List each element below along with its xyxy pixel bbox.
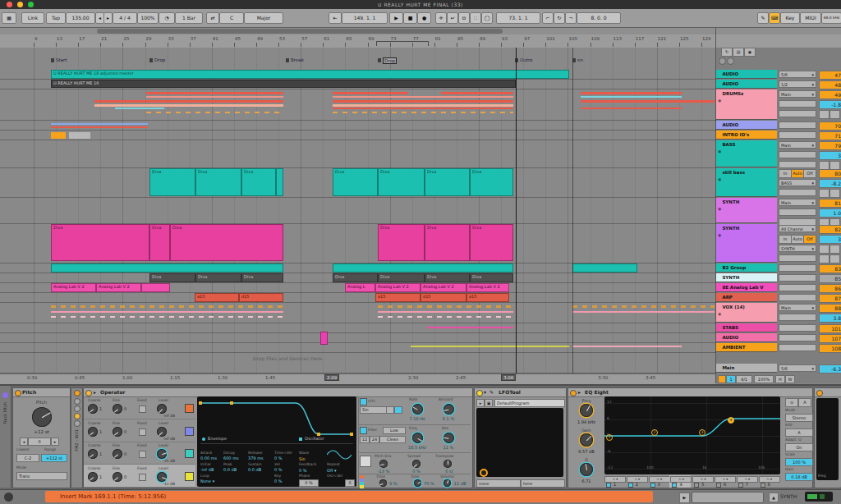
operator-envelope-graph[interactable]: [199, 398, 355, 441]
record-button[interactable]: ●: [417, 12, 431, 24]
swap-icon[interactable]: ⇄: [206, 12, 219, 24]
lfo-rate-value[interactable]: 7.16 Hz: [404, 416, 430, 421]
filter-slope-12-button[interactable]: 12: [360, 436, 370, 443]
panel-toggle-icon[interactable]: [74, 405, 80, 412]
grid-division-field[interactable]: 4/1: [736, 375, 752, 383]
arrangement-area[interactable]: [0, 48, 716, 373]
partial-device[interactable]: Freq: [814, 387, 841, 488]
eq-mode-menu[interactable]: Stereo: [785, 414, 813, 422]
plugin-param-field[interactable]: none: [476, 479, 521, 488]
transpose-knob[interactable]: [443, 460, 452, 468]
lfotool-device[interactable]: ▾ ✎ LFOTool ▸ ▣ DefaultProgram none here: [474, 387, 567, 488]
panel-toggle-icon[interactable]: [74, 398, 80, 405]
quantize-menu[interactable]: 1 Bar: [175, 12, 203, 24]
oscillator-icon[interactable]: [299, 438, 302, 441]
automation-arm-icon[interactable]: ✛: [435, 12, 447, 24]
lfo-rate-knob[interactable]: [412, 404, 423, 415]
arrangement-position-field[interactable]: 149. 1. 1: [342, 12, 388, 24]
track-device-tab[interactable]: Track Pitch: [0, 386, 11, 488]
plugin-play-icon[interactable]: ▸: [476, 399, 485, 407]
time-knob[interactable]: [379, 479, 387, 487]
oscvel-field[interactable]: 0: [345, 479, 355, 487]
loop-icon[interactable]: ↻: [554, 12, 565, 24]
loop-length-field[interactable]: 8. 0. 0: [577, 12, 621, 24]
feedback-value[interactable]: 0 %: [299, 468, 307, 473]
groove-amount-field[interactable]: 100%: [137, 12, 159, 24]
device-on-led[interactable]: [15, 390, 21, 396]
plugin-preset-field[interactable]: DefaultProgram: [494, 399, 565, 407]
eq-gain-value[interactable]: 6.57 dB: [568, 449, 604, 454]
eq-freq-value[interactable]: 1.94 kHz: [568, 419, 604, 424]
plugin-node-icon[interactable]: [480, 469, 488, 477]
lfo-amount-knob[interactable]: [443, 404, 454, 415]
panel-toggle-icon[interactable]: [74, 413, 80, 419]
volume-value[interactable]: -11 dB: [453, 481, 466, 486]
pitch-knob-value[interactable]: +12 st: [13, 429, 70, 434]
status-alert-icon[interactable]: ▲: [769, 493, 779, 502]
loop-brace[interactable]: [376, 41, 429, 46]
pitch-spin-up-icon[interactable]: ▸: [51, 438, 59, 446]
plugin-save-icon[interactable]: ▣: [485, 399, 493, 407]
filter-res-value[interactable]: 11 %: [437, 445, 460, 450]
mode-menu[interactable]: Trans: [16, 472, 67, 480]
reenable-automation-icon[interactable]: ↩: [447, 12, 458, 24]
tone-knob[interactable]: [414, 479, 421, 487]
fold-icon[interactable]: ▸: [94, 389, 96, 395]
nudge-up-icon[interactable]: ▸: [103, 12, 113, 24]
filter-res-knob[interactable]: [443, 433, 454, 443]
punch-position-field[interactable]: 73. 1. 1: [496, 12, 540, 24]
unfold-icon[interactable]: ▾: [484, 389, 486, 395]
midi-map-button[interactable]: MIDI: [800, 12, 821, 24]
status-icon[interactable]: [4, 493, 13, 502]
pitch-device[interactable]: Pitch Pitch +12 st ◂ 0 ▸ Lowest Range C-…: [12, 387, 71, 488]
loop-toggle-icon[interactable]: ↻: [721, 48, 733, 57]
eq-audition-button[interactable]: ⊙: [785, 398, 798, 407]
status-play-icon[interactable]: ▶: [679, 493, 690, 503]
eq-q-knob[interactable]: [580, 463, 593, 476]
metronome-icon[interactable]: ◔: [159, 12, 175, 24]
lfo-range-button[interactable]: [394, 406, 402, 414]
edit-plugin-icon[interactable]: ✎: [489, 389, 494, 395]
device-on-led[interactable]: [85, 390, 92, 396]
eq-edit-button[interactable]: A: [785, 428, 813, 437]
fit-width-button[interactable]: W: [785, 375, 795, 383]
lfo-shape-menu[interactable]: Sin: [360, 406, 388, 414]
range-field[interactable]: +112 st: [41, 454, 67, 462]
filter-freq-knob[interactable]: [412, 433, 423, 443]
loop-switch-icon[interactable]: ◯: [481, 12, 493, 24]
filter-circuit-menu[interactable]: Clean: [379, 436, 406, 443]
device-on-led[interactable]: [74, 390, 80, 396]
scale-root-menu[interactable]: C: [219, 12, 244, 24]
time-signature-field[interactable]: 4 / 4: [113, 12, 137, 24]
panel-toggle-icon[interactable]: [74, 420, 80, 427]
tap-tempo-button[interactable]: Tap: [46, 12, 66, 24]
eq-output-gain-field[interactable]: 0.18 dB: [785, 473, 813, 481]
mixer-show-button[interactable]: [719, 57, 726, 65]
status-field[interactable]: [692, 492, 764, 503]
key-map-button[interactable]: Key: [780, 12, 800, 24]
eq-adaptq-button[interactable]: On: [785, 443, 813, 451]
spread-knob[interactable]: [412, 460, 420, 468]
pitch-spin-down-icon[interactable]: ◂: [20, 438, 28, 446]
device-on-led[interactable]: [570, 390, 577, 396]
wave-value[interactable]: Sin: [299, 456, 306, 461]
tone-value[interactable]: 70 %: [424, 481, 434, 486]
zoom-level-field[interactable]: 1: [726, 375, 736, 383]
plugin-param-field[interactable]: here: [521, 479, 565, 488]
eq-gain-knob[interactable]: [580, 433, 593, 447]
punch-in-icon[interactable]: ⌐: [542, 12, 554, 24]
device-on-led[interactable]: [816, 390, 823, 396]
algorithm-chip[interactable]: [360, 485, 364, 488]
zoom-percent-field[interactable]: 100%: [754, 375, 774, 383]
eq-q-value[interactable]: 6.71: [568, 479, 604, 483]
fold-icon[interactable]: ▸: [578, 389, 581, 395]
punch-out-icon[interactable]: ¬: [565, 12, 577, 24]
tempo-field[interactable]: 135.00: [66, 12, 95, 24]
link-button[interactable]: Link: [21, 12, 44, 24]
oscillator-section-label[interactable]: Oscillator: [305, 436, 324, 441]
capture-midi-icon[interactable]: ⧉: [458, 12, 470, 24]
time-ruler[interactable]: [0, 373, 716, 384]
filter-slope-24-button[interactable]: 24: [370, 436, 379, 443]
eq-scale-field[interactable]: 100 %: [785, 458, 813, 466]
repeat-menu[interactable]: Off ▾: [327, 468, 336, 473]
